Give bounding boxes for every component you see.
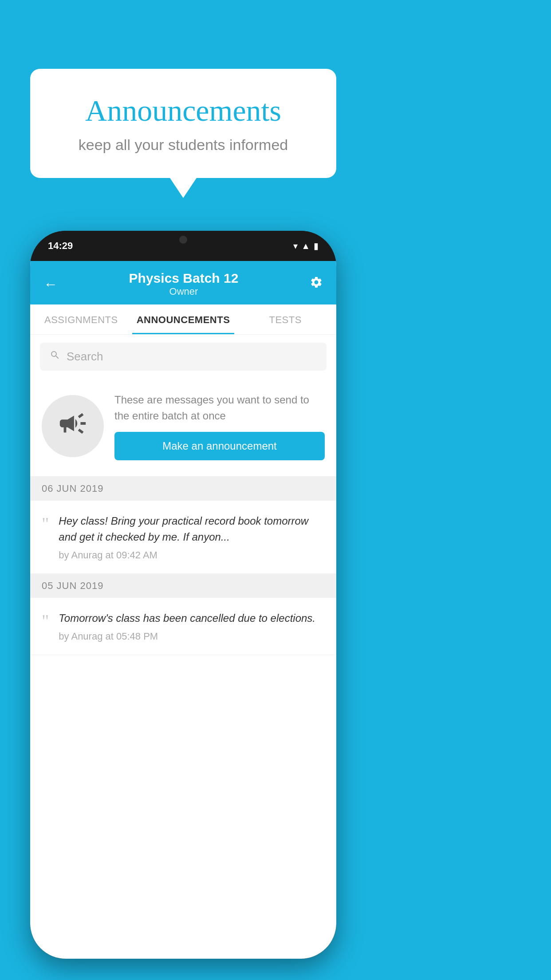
battery-icon: ▮	[314, 241, 319, 251]
search-icon	[50, 350, 60, 364]
tabs-bar: ASSIGNMENTS ANNOUNCEMENTS TESTS	[30, 304, 336, 335]
promo-right: These are messages you want to send to t…	[114, 392, 325, 460]
announcement-item-1[interactable]: " Hey class! Bring your practical record…	[30, 501, 336, 574]
back-button[interactable]: ←	[43, 276, 58, 292]
promo-icon-circle	[42, 395, 104, 457]
speech-bubble-container: Announcements keep all your students inf…	[30, 69, 336, 178]
tab-tests[interactable]: TESTS	[234, 304, 336, 334]
speech-bubble-title: Announcements	[52, 93, 314, 128]
notch	[146, 231, 221, 249]
status-bar: 14:29 ▾ ▲ ▮	[30, 231, 336, 261]
announcement-message-1: Hey class! Bring your practical record b…	[59, 513, 325, 545]
announcement-content-1: Hey class! Bring your practical record b…	[59, 513, 325, 561]
header-title-block: Physics Batch 12 Owner	[58, 271, 310, 297]
phone-screen: ← Physics Batch 12 Owner ASSIGNMENTS ANN…	[30, 261, 336, 959]
wifi-icon: ▾	[293, 241, 298, 251]
announcement-item-2[interactable]: " Tomorrow's class has been cancelled du…	[30, 598, 336, 655]
megaphone-icon	[57, 408, 88, 445]
quote-icon-1: "	[42, 515, 49, 533]
search-input[interactable]: Search	[67, 350, 103, 364]
search-bar[interactable]: Search	[40, 343, 327, 371]
announcement-content-2: Tomorrow's class has been cancelled due …	[59, 610, 315, 642]
promo-description: These are messages you want to send to t…	[114, 392, 325, 424]
tab-announcements[interactable]: ANNOUNCEMENTS	[132, 304, 235, 334]
announcement-meta-2: by Anurag at 05:48 PM	[59, 631, 315, 642]
announcement-message-2: Tomorrow's class has been cancelled due …	[59, 610, 315, 626]
promo-card: These are messages you want to send to t…	[30, 379, 336, 477]
app-header: ← Physics Batch 12 Owner	[30, 261, 336, 304]
batch-title: Physics Batch 12	[58, 271, 310, 286]
date-label-1: 06 JUN 2019	[42, 483, 103, 494]
status-icons: ▾ ▲ ▮	[293, 241, 319, 251]
status-time: 14:29	[48, 240, 73, 252]
make-announcement-button[interactable]: Make an announcement	[114, 432, 325, 460]
settings-icon[interactable]	[310, 276, 323, 292]
speech-bubble-subtitle: keep all your students informed	[52, 136, 314, 154]
date-separator-2: 05 JUN 2019	[30, 574, 336, 598]
date-label-2: 05 JUN 2019	[42, 580, 103, 592]
search-container: Search	[30, 335, 336, 379]
announcement-meta-1: by Anurag at 09:42 AM	[59, 549, 325, 561]
phone-frame: 14:29 ▾ ▲ ▮ ← Physics Batch 12 Owner	[30, 231, 336, 959]
speech-bubble: Announcements keep all your students inf…	[30, 69, 336, 178]
tab-assignments[interactable]: ASSIGNMENTS	[30, 304, 132, 334]
quote-icon-2: "	[42, 612, 49, 630]
date-separator-1: 06 JUN 2019	[30, 477, 336, 501]
camera	[179, 236, 187, 244]
batch-subtitle: Owner	[58, 286, 310, 297]
signal-icon: ▲	[301, 241, 310, 251]
